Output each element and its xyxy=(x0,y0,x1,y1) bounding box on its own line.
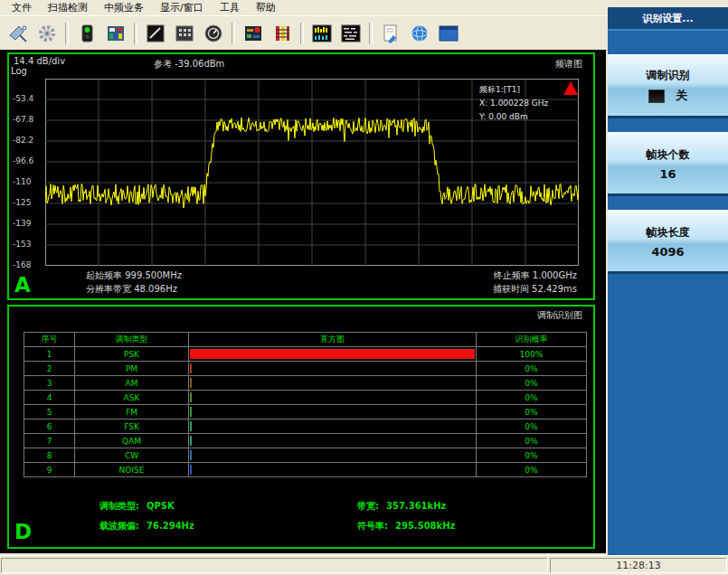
spectrum-footer-left: 起始频率 999.500MHz 分辨率带宽 48.096Hz xyxy=(86,269,182,296)
sidebar-button-1[interactable]: 调制识别关 xyxy=(608,54,728,118)
toolbar-separator xyxy=(134,23,137,44)
level-meter-button[interactable] xyxy=(269,20,296,47)
table-row[interactable]: 7QAM0% xyxy=(24,434,587,448)
carrier-offset-label: 载波频偏: xyxy=(99,521,139,531)
status-message-pane xyxy=(1,558,548,573)
sidebar-title: 识别设置... xyxy=(608,7,728,31)
histogram-cell xyxy=(189,391,477,405)
black-display-button[interactable] xyxy=(142,20,169,47)
sidebar: 识别设置... 调制识别关帧块个数16帧块长度4096 xyxy=(608,7,728,555)
control-panel-icon xyxy=(243,24,263,43)
modulation-type: FSK xyxy=(75,419,189,434)
probability-value: 0% xyxy=(477,434,587,448)
histogram-bar xyxy=(190,421,192,431)
table-row[interactable]: 8CW0% xyxy=(24,448,587,463)
spectrum-display-button[interactable] xyxy=(308,20,336,47)
modrec-summary-left: 调制类型:QPSK 载波频偏:76.294Hz xyxy=(99,496,194,536)
gauge-button[interactable] xyxy=(200,20,227,47)
status-bar: 11:28:13 xyxy=(0,555,728,575)
column-header: 调制类型 xyxy=(75,333,189,347)
gear-button[interactable] xyxy=(33,20,61,47)
spectrum-footer-right: 终止频率 1.000GHz 捕获时间 52.429ms xyxy=(493,269,577,296)
panel-letter-a: A xyxy=(14,273,31,297)
modulation-type: NOISE xyxy=(75,463,189,477)
modulation-type: PSK xyxy=(75,347,189,362)
globe-icon xyxy=(410,24,430,43)
signal-monitor-icon xyxy=(77,24,97,43)
histogram-cell xyxy=(189,434,477,448)
capture-time-label: 捕获时间 52.429ms xyxy=(493,282,577,296)
y-axis-tick: -110 xyxy=(13,177,43,186)
start-frequency-label: 起始频率 999.500MHz xyxy=(86,269,182,282)
y-axis-tick: -168 xyxy=(13,260,43,269)
document-edit-icon xyxy=(381,24,401,43)
control-panel-button[interactable] xyxy=(240,20,267,47)
histogram-cell xyxy=(189,362,477,376)
table-row[interactable]: 5FM0% xyxy=(24,405,587,419)
histogram-bar xyxy=(190,349,475,359)
keypad-button[interactable] xyxy=(171,20,198,47)
globe-button[interactable] xyxy=(406,20,433,47)
carrier-offset-value: 76.294Hz xyxy=(147,521,194,531)
menu-item-2[interactable]: 中频业务 xyxy=(96,0,152,15)
modrec-summary-right: 带宽:357.361kHz 符号率:295.508kHz xyxy=(357,496,455,536)
y-axis-tick: -153 xyxy=(13,240,43,249)
probability-value: 0% xyxy=(477,405,587,419)
stop-frequency-label: 终止频率 1.000GHz xyxy=(493,269,577,282)
probability-value: 0% xyxy=(477,419,587,434)
table-row[interactable]: 2PM0% xyxy=(24,362,587,376)
menu-item-4[interactable]: 工具 xyxy=(212,0,248,15)
row-index: 8 xyxy=(24,448,75,463)
menu-item-0[interactable]: 文件 xyxy=(4,0,40,15)
menu-item-3[interactable]: 显示/窗口 xyxy=(152,0,212,15)
black-display-icon xyxy=(146,24,165,43)
mod-type-label: 调制类型: xyxy=(99,501,139,511)
row-index: 9 xyxy=(24,463,75,477)
sidebar-button-3[interactable]: 帧块长度4096 xyxy=(608,210,728,274)
modulation-recognition-panel: 调制识别图 序号调制类型直方图识别概率1PSK100%2PM0%3AM0%4AS… xyxy=(7,305,595,549)
y-axis-tick: -125 xyxy=(13,198,43,207)
waterfall-display-button[interactable] xyxy=(337,20,364,47)
table-row[interactable]: 9NOISE0% xyxy=(24,463,587,477)
level-meter-icon xyxy=(272,24,292,43)
window-button[interactable] xyxy=(435,20,462,47)
y-axis-tick: -67.8 xyxy=(13,115,43,124)
keypad-icon xyxy=(175,24,194,43)
marker-arrow-icon[interactable] xyxy=(563,81,578,95)
table-row[interactable]: 6FSK0% xyxy=(24,419,587,434)
sidebar-button-value: 4096 xyxy=(651,245,684,259)
clock: 11:28:13 xyxy=(550,558,727,573)
sidebar-button-2[interactable]: 帧块个数16 xyxy=(608,132,728,196)
panel-letter-d: D xyxy=(14,520,32,543)
probability-value: 0% xyxy=(477,463,587,477)
bandwidth-label: 带宽: xyxy=(357,501,379,511)
table-row[interactable]: 3AM0% xyxy=(24,376,587,391)
histogram-bar xyxy=(190,465,192,475)
toggle-icon xyxy=(648,90,665,103)
color-meter-button[interactable] xyxy=(102,20,129,47)
waterfall-display-icon xyxy=(341,24,361,43)
histogram-cell xyxy=(189,448,477,463)
modulation-table: 序号调制类型直方图识别概率1PSK100%2PM0%3AM0%4ASK0%5FM… xyxy=(24,332,587,477)
scale-label: 14.4 dB/div xyxy=(14,56,65,66)
app-window: 文件扫描检测中频业务显示/窗口工具帮助 14.4 dB/div Log 参考 -… xyxy=(0,0,728,51)
menu-item-5[interactable]: 帮助 xyxy=(248,0,284,15)
column-header: 直方图 xyxy=(189,333,477,347)
satellite-button[interactable] xyxy=(5,20,32,47)
table-row[interactable]: 4ASK0% xyxy=(24,391,587,405)
sidebar-button-value: 16 xyxy=(659,167,676,181)
reference-level-label: 参考 -39.06dBm xyxy=(154,58,224,71)
histogram-cell xyxy=(189,376,477,391)
gear-icon xyxy=(37,24,57,43)
probability-value: 0% xyxy=(477,362,587,376)
row-index: 6 xyxy=(24,419,75,434)
modulation-type: AM xyxy=(75,376,189,391)
table-row[interactable]: 1PSK100% xyxy=(24,347,587,362)
row-index: 4 xyxy=(24,391,75,405)
document-edit-button[interactable] xyxy=(377,20,404,47)
histogram-bar xyxy=(190,450,192,460)
signal-monitor-button[interactable] xyxy=(73,20,100,47)
gauge-icon xyxy=(203,24,223,43)
y-axis-tick: -96.6 xyxy=(13,156,43,165)
menu-item-1[interactable]: 扫描检测 xyxy=(40,0,96,15)
